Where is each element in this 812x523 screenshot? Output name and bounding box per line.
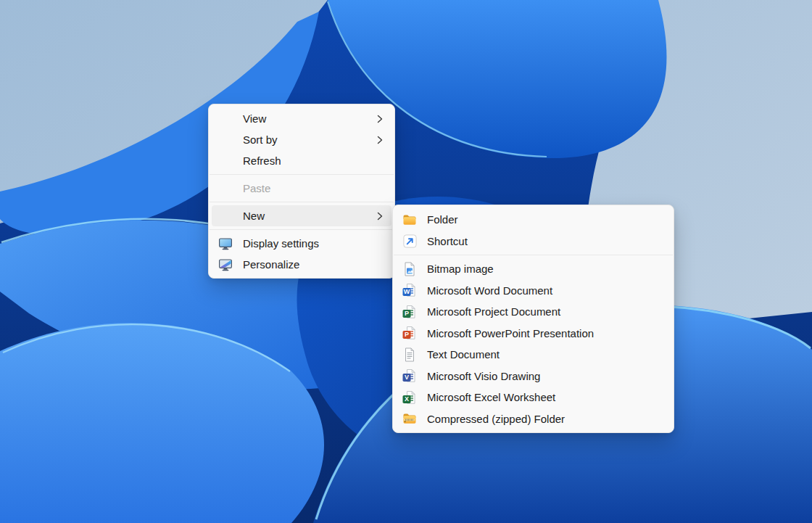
submenu-item-word-document-label: Microsoft Word Document	[427, 284, 552, 297]
menu-item-new-label: New	[243, 210, 265, 222]
submenu-item-visio-drawing[interactable]: V Microsoft Visio Drawing	[396, 366, 671, 387]
menu-separator	[210, 229, 394, 230]
menu-item-sort-by-label: Sort by	[243, 133, 278, 146]
word-document-icon: W	[402, 283, 417, 297]
menu-separator	[210, 174, 394, 175]
menu-separator	[210, 202, 394, 202]
submenu-item-bitmap-image-label: Bitmap image	[427, 263, 494, 275]
svg-text:P: P	[405, 310, 409, 317]
powerpoint-presentation-icon: P	[402, 326, 417, 340]
menu-item-refresh-label: Refresh	[243, 155, 281, 167]
submenu-item-project-document[interactable]: P Microsoft Project Document	[396, 301, 671, 323]
submenu-item-shortcut[interactable]: Shortcut	[396, 231, 671, 252]
display-settings-icon	[218, 236, 233, 251]
menu-item-paste-label: Paste	[243, 182, 270, 194]
zipped-folder-icon	[402, 411, 417, 426]
project-document-icon: P	[402, 305, 417, 319]
submenu-item-zipped-folder[interactable]: Compressed (zipped) Folder	[396, 408, 671, 430]
menu-item-paste: Paste	[212, 178, 392, 199]
menu-item-view[interactable]: View	[212, 108, 392, 129]
submenu-item-text-document[interactable]: Text Document	[396, 344, 671, 366]
chevron-right-icon	[377, 212, 383, 221]
submenu-item-text-document-label: Text Document	[427, 348, 500, 361]
submenu-item-folder[interactable]: Folder	[396, 209, 671, 231]
menu-item-new[interactable]: New	[212, 205, 392, 226]
chevron-right-icon	[377, 136, 383, 144]
menu-item-refresh[interactable]: Refresh	[212, 150, 392, 171]
submenu-item-visio-drawing-label: Microsoft Visio Drawing	[427, 370, 540, 382]
text-document-icon	[402, 347, 417, 362]
new-submenu: Folder Shortcut	[392, 205, 674, 433]
submenu-item-bitmap-image[interactable]: Bitmap image	[396, 258, 671, 280]
chevron-right-icon	[377, 115, 383, 123]
submenu-item-project-document-label: Microsoft Project Document	[427, 305, 560, 318]
submenu-item-shortcut-label: Shortcut	[427, 235, 468, 247]
menu-item-display-settings-label: Display settings	[243, 237, 319, 250]
visio-drawing-icon: V	[402, 368, 417, 383]
submenu-item-zipped-folder-label: Compressed (zipped) Folder	[427, 413, 565, 425]
menu-separator	[394, 255, 673, 255]
svg-text:V: V	[405, 374, 409, 382]
submenu-item-excel-worksheet-label: Microsoft Excel Worksheet	[427, 391, 555, 403]
submenu-item-word-document[interactable]: W Microsoft Word Document	[396, 280, 671, 302]
shortcut-icon	[402, 234, 417, 248]
svg-text:P: P	[405, 331, 409, 339]
submenu-item-folder-label: Folder	[427, 213, 458, 226]
submenu-item-powerpoint-presentation[interactable]: P Microsoft PowerPoint Presentation	[396, 323, 671, 345]
personalize-icon	[218, 258, 233, 272]
menu-item-sort-by[interactable]: Sort by	[212, 129, 392, 150]
svg-text:X: X	[405, 395, 409, 403]
submenu-item-powerpoint-presentation-label: Microsoft PowerPoint Presentation	[427, 327, 594, 339]
menu-item-personalize-label: Personalize	[243, 258, 299, 271]
menu-item-display-settings[interactable]: Display settings	[212, 233, 392, 254]
submenu-item-excel-worksheet[interactable]: X Microsoft Excel Worksheet	[396, 387, 671, 408]
menu-item-view-label: View	[243, 112, 266, 125]
svg-text:W: W	[404, 289, 410, 296]
desktop: View Sort by Refresh Paste New	[0, 0, 812, 523]
menu-item-personalize[interactable]: Personalize	[212, 254, 392, 275]
excel-worksheet-icon: X	[402, 390, 417, 405]
folder-icon	[402, 213, 417, 227]
desktop-context-menu: View Sort by Refresh Paste New	[208, 104, 395, 279]
bitmap-image-icon	[402, 262, 417, 276]
